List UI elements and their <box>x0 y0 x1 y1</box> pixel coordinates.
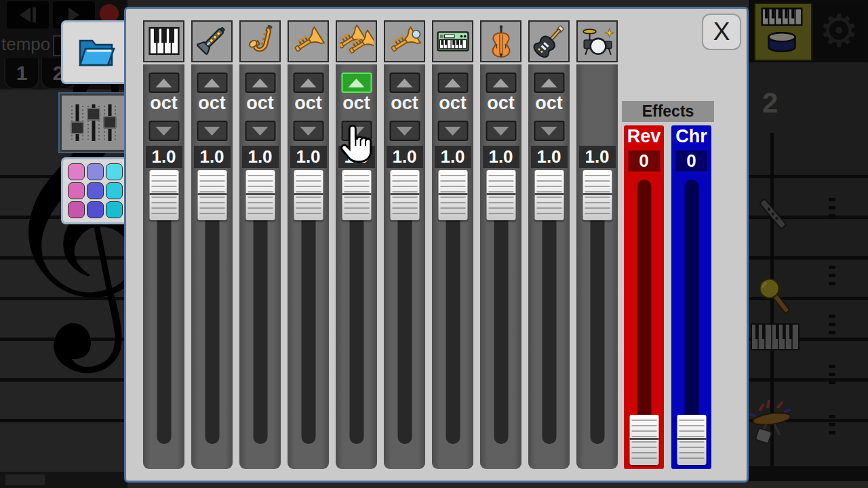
clarinet-icon <box>195 24 229 58</box>
channel-strip-body: oct 1.0 <box>239 64 281 469</box>
volume-value: 1.0 <box>194 146 231 168</box>
octave-label: oct <box>191 93 233 114</box>
volume-slider-handle[interactable] <box>245 170 275 220</box>
sidebar-tab-pads[interactable] <box>61 157 127 224</box>
volume-slider-handle[interactable] <box>197 170 226 220</box>
volume-value: 1.0 <box>146 146 182 168</box>
instrument-button-saxophone[interactable] <box>239 20 281 62</box>
channel-piano: oct 1.0 <box>143 20 184 469</box>
volume-slider-handle[interactable] <box>390 170 419 220</box>
octave-up-button-active[interactable] <box>341 73 372 93</box>
instrument-button-drums[interactable] <box>576 20 618 62</box>
volume-slider-handle[interactable] <box>583 170 612 220</box>
chorus-value: 0 <box>675 150 707 171</box>
octave-label: oct <box>288 93 329 114</box>
volume-value: 1.0 <box>338 146 375 168</box>
octave-down-button[interactable] <box>437 121 468 141</box>
brass-section-icon <box>340 24 374 58</box>
reverb-label: Rev <box>624 126 664 147</box>
muted-trumpet-icon <box>388 24 422 58</box>
channel-strip-body: oct 1.0 <box>384 64 425 469</box>
instrument-button-cello[interactable] <box>480 20 521 62</box>
close-button[interactable]: X <box>702 14 741 50</box>
octave-up-button[interactable] <box>437 73 468 93</box>
channel-strip-body: oct 1.0 <box>528 64 570 469</box>
octave-up-button[interactable] <box>149 73 179 93</box>
drums-icon <box>580 24 614 58</box>
instrument-button-synth-keyboard[interactable] <box>432 20 473 62</box>
octave-up-button[interactable] <box>486 73 516 93</box>
volume-slider-handle[interactable] <box>294 170 323 220</box>
channel-strip-body: oct 1.0 <box>480 64 521 469</box>
channel-brass-section: oct 1.0 <box>336 20 377 469</box>
folder-icon <box>75 34 117 70</box>
channel-strip-body: oct 1.0 <box>336 64 377 469</box>
octave-label: oct <box>239 93 281 114</box>
octave-down-button[interactable] <box>389 121 420 141</box>
octave-label: oct <box>384 93 425 114</box>
saxophone-icon <box>243 24 277 58</box>
volume-slider-handle[interactable] <box>534 170 564 220</box>
channel-strip-body: oct 1.0 <box>432 64 473 469</box>
volume-slider-handle[interactable] <box>342 170 371 220</box>
octave-up-button[interactable] <box>245 73 275 93</box>
volume-value: 1.0 <box>435 146 471 168</box>
instrument-button-electric-guitar[interactable] <box>528 20 570 62</box>
mixer-sliders-icon <box>66 100 121 145</box>
channel-strips: oct 1.0 <box>143 20 618 469</box>
instrument-button-muted-trumpet[interactable] <box>384 20 425 62</box>
instrument-button-trumpet[interactable] <box>288 20 329 62</box>
piano-icon <box>147 24 181 58</box>
channel-muted-trumpet: oct 1.0 <box>384 20 425 469</box>
volume-value: 1.0 <box>579 146 616 168</box>
octave-label: oct <box>528 93 570 114</box>
synth-keyboard-icon <box>436 24 470 58</box>
octave-down-button[interactable] <box>245 121 275 141</box>
channel-strip-body: oct 1.0 <box>191 64 233 469</box>
channel-synth-keyboard: oct 1.0 <box>432 20 473 469</box>
channel-trumpet: oct 1.0 <box>288 20 329 469</box>
channel-cello: oct 1.0 <box>480 20 521 469</box>
instrument-button-clarinet[interactable] <box>191 20 233 62</box>
channel-drums: 1.0 <box>576 20 618 469</box>
octave-down-button[interactable] <box>486 121 516 141</box>
octave-down-button[interactable] <box>197 121 227 141</box>
octave-up-button[interactable] <box>197 73 227 93</box>
electric-guitar-icon <box>532 24 566 58</box>
effects-header: Effects <box>622 101 714 122</box>
channel-clarinet: oct 1.0 <box>191 20 233 469</box>
octave-up-button[interactable] <box>293 73 323 93</box>
volume-value: 1.0 <box>387 146 423 168</box>
chorus-label: Chr <box>671 126 711 147</box>
octave-label: oct <box>336 93 377 114</box>
volume-slider-handle[interactable] <box>486 170 515 220</box>
octave-label: oct <box>432 93 473 114</box>
drum-pads-icon <box>68 163 123 218</box>
volume-value: 1.0 <box>531 146 568 168</box>
volume-value: 1.0 <box>242 146 279 168</box>
sidebar-tab-mixer[interactable] <box>60 94 127 152</box>
trumpet-icon <box>292 24 326 58</box>
octave-label: oct <box>480 93 521 114</box>
cello-icon <box>484 24 518 58</box>
octave-down-button[interactable] <box>534 121 564 141</box>
octave-down-button[interactable] <box>293 121 323 141</box>
instrument-button-brass-section[interactable] <box>336 20 377 62</box>
octave-down-button[interactable] <box>149 121 179 141</box>
sidebar-tab-files[interactable] <box>61 20 127 84</box>
chorus-slider-handle[interactable] <box>677 415 706 465</box>
mixer-dialog: X oct 1.0 <box>124 7 749 483</box>
instrument-button-piano[interactable] <box>143 20 184 62</box>
octave-up-button[interactable] <box>534 73 564 93</box>
volume-value: 1.0 <box>290 146 327 168</box>
octave-up-button[interactable] <box>389 73 420 93</box>
volume-slider-handle[interactable] <box>149 170 178 220</box>
reverb-slider-handle[interactable] <box>629 415 658 465</box>
channel-electric-guitar: oct 1.0 <box>528 20 570 469</box>
octave-label: oct <box>143 93 184 114</box>
octave-down-button[interactable] <box>341 121 372 141</box>
channel-saxophone: oct 1.0 <box>239 20 281 469</box>
channel-strip-body: 1.0 <box>576 64 618 469</box>
reverb-value: 0 <box>628 150 660 171</box>
volume-slider-handle[interactable] <box>438 170 467 220</box>
